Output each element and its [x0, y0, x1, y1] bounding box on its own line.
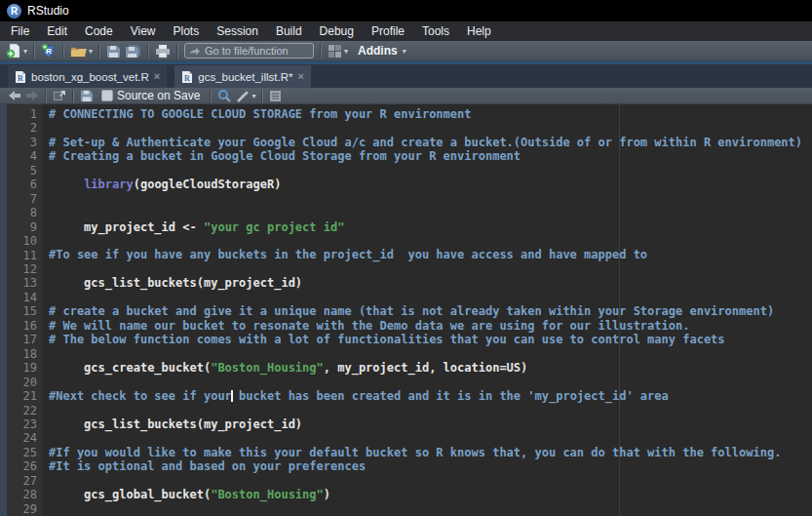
- line-number: 13: [7, 276, 42, 290]
- code-line[interactable]: # The below function comes with a lot of…: [49, 333, 812, 346]
- save-all-button[interactable]: [123, 42, 143, 60]
- code-segment-comment: # We will name our bucket to resonate wi…: [49, 319, 689, 333]
- code-line[interactable]: [49, 291, 812, 304]
- code-line[interactable]: [49, 431, 812, 445]
- line-number: 4: [7, 149, 42, 163]
- code-line[interactable]: gcs_list_buckets(my_project_id): [49, 417, 812, 431]
- toolbar-divider: [62, 44, 64, 59]
- code-content[interactable]: # CONNECTING TO GOOGLE CLOUD STORAGE fro…: [42, 104, 812, 516]
- line-number: 23: [7, 417, 42, 431]
- menu-item-view[interactable]: View: [122, 21, 165, 41]
- code-segment-plain: (googleCloudStorageR): [134, 178, 282, 191]
- new-file-icon: [6, 43, 21, 59]
- toolbar-divider: [33, 44, 35, 59]
- menu-item-code[interactable]: Code: [76, 21, 122, 41]
- svg-text:R: R: [18, 74, 23, 83]
- line-number: 3: [7, 136, 42, 149]
- close-tab-icon[interactable]: ×: [297, 71, 303, 82]
- code-tools-button[interactable]: ▾: [233, 87, 257, 105]
- forward-button[interactable]: [23, 87, 41, 105]
- menu-item-file[interactable]: File: [2, 21, 38, 41]
- line-number: 17: [7, 333, 42, 346]
- document-outline-icon: [269, 90, 282, 102]
- line-number: 12: [7, 262, 42, 276]
- code-segment-string: "Boston_Housing": [211, 361, 324, 375]
- menu-item-build[interactable]: Build: [267, 21, 311, 41]
- source-on-save-checkbox[interactable]: [101, 90, 113, 101]
- code-line[interactable]: gcs_list_buckets(my_project_id): [49, 276, 812, 290]
- menu-item-help[interactable]: Help: [458, 21, 500, 41]
- menu-item-profile[interactable]: Profile: [363, 21, 413, 41]
- code-line[interactable]: # Creating a bucket in Google Cloud Stor…: [49, 149, 812, 163]
- code-line[interactable]: [49, 234, 812, 248]
- addins-button[interactable]: Addins ▾: [350, 42, 408, 60]
- menu-item-plots[interactable]: Plots: [165, 21, 209, 41]
- pane-grid-icon: [328, 44, 342, 59]
- code-line[interactable]: #To see if you have any buckets in the p…: [49, 248, 812, 261]
- line-number: 25: [7, 446, 42, 459]
- code-segment-string: "Boston_Housing": [211, 488, 324, 501]
- tab-label: gcs_bucket_illst.R*: [198, 71, 292, 83]
- print-button[interactable]: [153, 42, 173, 60]
- save-button[interactable]: [78, 87, 96, 105]
- code-segment-comment: # Set-up & Authenticate your Google Clou…: [49, 136, 802, 149]
- chevron-down-icon: ▾: [23, 47, 27, 56]
- editor-toolbar: Source on Save ▾: [0, 88, 812, 104]
- code-line[interactable]: # create a bucket and give it a unique n…: [49, 304, 812, 318]
- code-line[interactable]: [49, 473, 812, 487]
- code-line[interactable]: [49, 206, 812, 219]
- code-line[interactable]: [49, 164, 812, 178]
- code-editor[interactable]: 1234567891011121314151617181920212223242…: [0, 104, 812, 516]
- code-line[interactable]: [49, 346, 812, 360]
- menu-item-edit[interactable]: Edit: [38, 21, 76, 41]
- toolbar-divider: [147, 44, 149, 59]
- forward-arrow-icon: [25, 90, 39, 101]
- code-line[interactable]: library(googleCloudStorageR): [49, 178, 812, 191]
- document-outline-button[interactable]: [267, 87, 284, 105]
- editor-left-stripe: [0, 104, 7, 516]
- code-line[interactable]: [49, 403, 812, 417]
- code-line[interactable]: [49, 262, 812, 276]
- line-number: 14: [7, 291, 42, 304]
- magic-wand-icon: [235, 90, 250, 102]
- find-replace-button[interactable]: [215, 87, 233, 105]
- code-line[interactable]: gcs_create_bucket("Boston_Housing", my_p…: [49, 361, 812, 375]
- goto-file-function-input[interactable]: Go to file/function: [184, 43, 314, 59]
- chevron-down-icon: ▾: [89, 47, 93, 56]
- addins-label: Addins: [358, 44, 398, 58]
- back-button[interactable]: [6, 87, 23, 105]
- close-tab-icon[interactable]: ×: [154, 71, 160, 82]
- new-project-button[interactable]: R: [39, 42, 58, 60]
- tab-boston-xg-boost-vet[interactable]: R boston_xg_boost_vet.R ×: [8, 65, 167, 88]
- new-project-icon: R: [41, 43, 57, 59]
- code-line[interactable]: #If you would like to make this your def…: [49, 446, 812, 459]
- code-line[interactable]: #It is optional and based on your prefer…: [49, 459, 812, 473]
- code-line[interactable]: # Set-up & Authenticate your Google Clou…: [49, 136, 812, 149]
- tab-gcs-bucket-illst[interactable]: R gcs_bucket_illst.R* ×: [174, 65, 311, 88]
- menu-item-tools[interactable]: Tools: [413, 21, 458, 41]
- new-file-button[interactable]: ▾: [4, 42, 29, 60]
- popout-window-button[interactable]: [51, 87, 68, 105]
- pane-layout-button[interactable]: ▾: [326, 42, 350, 60]
- code-segment-string: "your gc project id": [204, 220, 345, 234]
- menu-bar: File Edit Code View Plots Session Build …: [0, 21, 812, 41]
- code-line[interactable]: [49, 121, 812, 135]
- open-file-button[interactable]: ▾: [68, 42, 95, 60]
- code-line[interactable]: gcs_global_bucket("Boston_Housing"): [49, 488, 812, 501]
- code-segment-plain: gcs_global_bucket(: [49, 488, 211, 501]
- code-line[interactable]: my_project_id <- "your gc project id": [49, 220, 812, 234]
- menu-item-session[interactable]: Session: [208, 21, 267, 41]
- code-line[interactable]: # CONNECTING TO GOOGLE CLOUD STORAGE fro…: [49, 107, 812, 121]
- code-line[interactable]: [49, 501, 812, 515]
- toolbar-divider: [210, 90, 212, 102]
- toolbar-divider: [176, 44, 178, 59]
- save-button[interactable]: [104, 42, 123, 60]
- code-line[interactable]: [49, 375, 812, 388]
- menu-item-debug[interactable]: Debug: [311, 21, 363, 41]
- code-segment-plain: , my_project_id, location=US): [324, 361, 528, 375]
- code-line[interactable]: #Next check to see if your bucket has be…: [49, 389, 812, 403]
- toolbar-divider: [261, 90, 263, 102]
- code-line[interactable]: # We will name our bucket to resonate wi…: [49, 319, 812, 333]
- code-line[interactable]: [49, 192, 812, 206]
- code-segment-comment: # create a bucket and give it a unique n…: [49, 304, 774, 318]
